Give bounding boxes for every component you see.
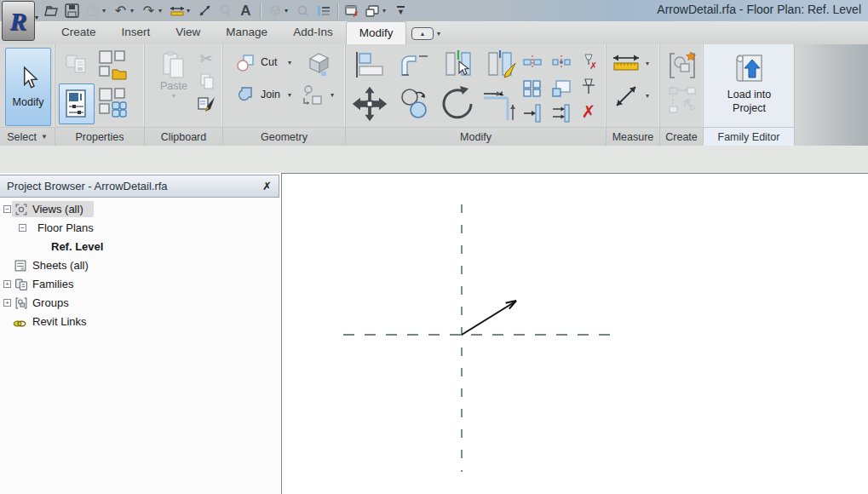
dimension-tool-dropdown-icon[interactable]: ▾ bbox=[646, 92, 649, 100]
unpin-icon[interactable]: ✗ bbox=[578, 51, 600, 72]
tab-add-ins[interactable]: Add-Ins bbox=[280, 21, 346, 44]
measure-icon[interactable] bbox=[196, 2, 214, 20]
open-icon[interactable] bbox=[43, 2, 60, 20]
trim-extend-single-icon[interactable] bbox=[521, 102, 543, 124]
split-element-icon[interactable] bbox=[441, 48, 477, 82]
paste-button[interactable]: Paste ▾ bbox=[155, 48, 193, 101]
trim-extend-corner-icon[interactable] bbox=[480, 85, 520, 123]
ribbon-minimize-button[interactable]: ▲ bbox=[411, 27, 434, 40]
trim-extend-multiple-icon[interactable] bbox=[550, 102, 572, 124]
collapse-icon[interactable]: − bbox=[3, 205, 11, 213]
clipboard-panel-label[interactable]: Clipboard bbox=[145, 127, 222, 146]
tab-manage[interactable]: Manage bbox=[213, 21, 280, 44]
drawing-area[interactable] bbox=[281, 173, 868, 494]
create-panel-label[interactable]: Create bbox=[660, 127, 703, 146]
tree-item-views[interactable]: − Views (all) bbox=[0, 200, 279, 219]
cut-geometry-icon[interactable] bbox=[235, 53, 256, 73]
tree-item-label[interactable]: Floor Plans bbox=[37, 221, 94, 234]
close-icon[interactable]: ✗ bbox=[262, 180, 272, 192]
delete-icon[interactable]: ✗ bbox=[578, 101, 600, 123]
tree-item-label[interactable]: Views (all) bbox=[32, 203, 83, 215]
joins-dropdown-icon[interactable]: ▾ bbox=[331, 91, 334, 99]
tree-item-ref-level[interactable]: Ref. Level bbox=[0, 238, 279, 256]
measure-panel-label[interactable]: Measure bbox=[606, 127, 659, 146]
aligned-dimension-icon[interactable] bbox=[168, 2, 186, 20]
sync-icon[interactable] bbox=[83, 2, 101, 20]
application-menu-button[interactable]: R bbox=[2, 1, 35, 41]
cut-label[interactable]: Cut bbox=[261, 56, 277, 68]
project-browser-titlebar[interactable]: Project Browser - ArrowDetail.rfa ✗ bbox=[0, 175, 279, 198]
text-icon[interactable]: A bbox=[237, 2, 255, 20]
properties-panel-label[interactable]: Properties bbox=[55, 127, 144, 146]
tree-item-label[interactable]: Families bbox=[32, 278, 73, 290]
switch-windows-icon[interactable] bbox=[364, 2, 382, 20]
properties-palette-icon[interactable] bbox=[59, 83, 95, 124]
join-geometry-icon[interactable] bbox=[233, 85, 254, 106]
expand-icon[interactable]: + bbox=[3, 280, 11, 288]
tab-modify[interactable]: Modify bbox=[346, 21, 407, 44]
ribbon-minimize-dropdown-icon[interactable]: ▾ bbox=[437, 30, 440, 37]
collapse-icon[interactable]: − bbox=[19, 224, 26, 232]
aligned-dimension-tool-icon[interactable] bbox=[612, 82, 641, 111]
redo-icon[interactable]: ↷ bbox=[140, 2, 158, 20]
tab-insert[interactable]: Insert bbox=[109, 21, 164, 44]
offset-icon[interactable] bbox=[397, 49, 433, 80]
split-with-gap-icon[interactable] bbox=[484, 48, 520, 82]
redo-dropdown-icon[interactable]: ▾ bbox=[158, 7, 165, 14]
undo-icon[interactable]: ↶ bbox=[112, 2, 129, 20]
select-panel-label[interactable]: Select▼ bbox=[0, 127, 55, 146]
join-label[interactable]: Join bbox=[261, 89, 280, 101]
tree-item-floor-plans[interactable]: − Floor Plans bbox=[0, 219, 279, 238]
tree-item-label[interactable]: Groups bbox=[32, 296, 69, 309]
save-icon[interactable] bbox=[63, 2, 81, 20]
cut-to-clipboard-icon[interactable]: ✂ bbox=[196, 49, 216, 68]
measure-dropdown-icon[interactable]: ▾ bbox=[646, 60, 649, 67]
measure-between-references-icon[interactable] bbox=[610, 51, 642, 77]
3d-view-dropdown-icon[interactable]: ▾ bbox=[285, 7, 291, 14]
match-type-properties-icon[interactable] bbox=[196, 94, 218, 116]
tree-item-groups[interactable]: + Groups bbox=[0, 294, 279, 313]
rotate-icon[interactable] bbox=[436, 83, 479, 124]
create-group-icon[interactable] bbox=[667, 49, 698, 82]
copy-to-clipboard-icon[interactable] bbox=[198, 72, 216, 90]
family-types-icon[interactable] bbox=[62, 49, 93, 82]
close-hidden-windows-icon[interactable]: ✗ bbox=[343, 2, 361, 20]
render-icon[interactable] bbox=[294, 2, 312, 20]
select-dropdown-icon[interactable]: ▼ bbox=[41, 133, 48, 141]
family-category-icon[interactable] bbox=[96, 48, 129, 83]
geometry-panel-label[interactable]: Geometry bbox=[223, 127, 345, 146]
scale-icon[interactable] bbox=[550, 78, 572, 99]
thin-lines-icon[interactable] bbox=[314, 2, 332, 20]
tab-view[interactable]: View bbox=[163, 21, 213, 44]
tree-item-families[interactable]: + Families bbox=[0, 275, 279, 294]
cope-icon[interactable] bbox=[521, 53, 543, 72]
tab-create[interactable]: Create bbox=[49, 21, 109, 44]
paint-icon[interactable] bbox=[305, 49, 332, 77]
modify-panel-label[interactable]: Modify bbox=[346, 127, 606, 146]
sync-dropdown-icon[interactable]: ▾ bbox=[102, 7, 109, 14]
undo-dropdown-icon[interactable]: ▾ bbox=[130, 7, 137, 14]
move-icon[interactable] bbox=[349, 85, 390, 123]
pin-icon[interactable] bbox=[578, 77, 600, 97]
paste-dropdown-icon[interactable]: ▾ bbox=[172, 92, 175, 100]
dimension-dropdown-icon[interactable]: ▾ bbox=[187, 7, 193, 14]
expand-icon[interactable]: + bbox=[3, 299, 11, 307]
cut-dropdown-icon[interactable]: ▾ bbox=[288, 59, 291, 66]
tree-item-label[interactable]: Ref. Level bbox=[51, 240, 103, 253]
switch-windows-dropdown-icon[interactable]: ▾ bbox=[382, 7, 389, 14]
type-properties-icon[interactable] bbox=[96, 85, 129, 121]
copy-icon[interactable] bbox=[395, 85, 433, 123]
align-icon[interactable] bbox=[353, 49, 387, 80]
tree-item-sheets[interactable]: Sheets (all) bbox=[0, 256, 279, 275]
modify-tool-button[interactable]: Modify bbox=[5, 48, 51, 126]
create-similar-icon[interactable] bbox=[667, 85, 698, 116]
array-icon[interactable] bbox=[521, 78, 543, 99]
application-menu-dropdown-icon[interactable]: ▾ bbox=[35, 14, 38, 21]
tag-icon[interactable] bbox=[216, 2, 234, 20]
tree-item-revit-links[interactable]: Revit Links bbox=[0, 313, 279, 331]
load-into-project-button[interactable]: Load into Project bbox=[707, 48, 791, 126]
tree-item-label[interactable]: Revit Links bbox=[32, 315, 87, 328]
customize-qat-icon[interactable]: ▼ bbox=[392, 2, 410, 20]
default-3d-view-icon[interactable] bbox=[266, 2, 284, 20]
beam-column-joins-icon[interactable] bbox=[300, 83, 325, 109]
